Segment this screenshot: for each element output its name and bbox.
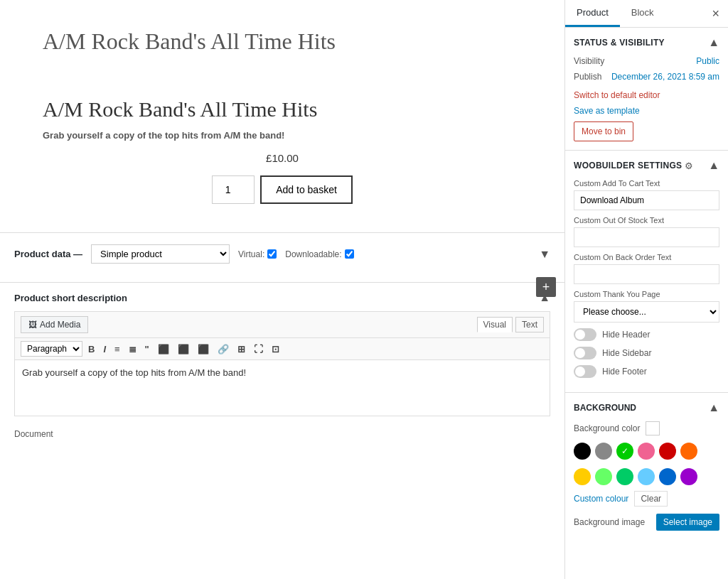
color-swatch-orange[interactable] [680, 443, 697, 460]
custom-thank-you-label: Custom Thank You Page [574, 290, 719, 298]
status-visibility-title: Status & visibility [574, 38, 665, 48]
custom-out-of-stock-input[interactable] [574, 227, 719, 247]
color-swatch-blue[interactable] [659, 468, 676, 485]
align-center-button[interactable]: ⬛ [175, 342, 192, 356]
background-title: Background [574, 403, 636, 413]
visibility-value[interactable]: Public [696, 56, 719, 66]
add-media-label: Add Media [40, 320, 80, 330]
downloadable-checkbox[interactable] [345, 249, 354, 259]
custom-back-order-label: Custom On Back Order Text [574, 253, 719, 261]
woobuilder-collapse-icon[interactable]: ▲ [708, 159, 719, 172]
color-swatch-purple[interactable] [680, 468, 697, 485]
align-left-button[interactable]: ⬛ [155, 342, 172, 356]
color-swatch-light-blue[interactable] [638, 468, 655, 485]
color-swatch-teal-green[interactable] [616, 468, 633, 485]
publish-value[interactable]: December 26, 2021 8:59 am [611, 72, 719, 82]
color-swatch-light-green[interactable] [595, 468, 612, 485]
color-swatch-gray[interactable] [595, 443, 612, 460]
color-swatch-yellow[interactable] [574, 468, 591, 485]
hide-header-toggle[interactable] [574, 328, 596, 341]
publish-label: Publish [574, 72, 601, 82]
status-visibility-section: Status & visibility ▲ Visibility Public … [565, 28, 728, 151]
virtual-label: Virtual: [238, 249, 264, 259]
custom-add-to-cart-label: Custom Add To Cart Text [574, 179, 719, 188]
background-image-label: Background image [574, 517, 645, 527]
color-swatch-red[interactable] [659, 443, 676, 460]
fullscreen-button[interactable]: ⛶ [251, 342, 266, 356]
hide-sidebar-label: Hide Sidebar [602, 348, 651, 358]
blockquote-button[interactable]: " [142, 342, 152, 356]
close-button[interactable]: × [703, 1, 728, 27]
save-as-template-button[interactable]: Save as template [574, 103, 640, 119]
move-to-bin-button[interactable]: Move to bin [574, 121, 633, 141]
downloadable-label: Downloadable: [285, 249, 341, 259]
product-description: Grab yourself a copy of the top hits fro… [43, 130, 522, 141]
product-price: £10.00 [43, 152, 522, 164]
woobuilder-settings-icon[interactable]: ⚙ [685, 161, 693, 171]
hide-header-label: Hide Header [602, 330, 650, 340]
color-swatch-green-check[interactable]: ✓ [616, 443, 633, 460]
switch-to-default-editor-button[interactable]: Switch to default editor [574, 87, 660, 103]
more-button[interactable]: ⊡ [269, 342, 282, 356]
background-collapse-icon[interactable]: ▲ [708, 401, 719, 414]
color-swatch-black[interactable] [574, 443, 591, 460]
hide-sidebar-toggle[interactable] [574, 347, 596, 359]
text-tab[interactable]: Text [515, 317, 544, 332]
product-data-title: Product data — [14, 249, 82, 259]
product-tab[interactable]: Product [565, 0, 620, 27]
page-title-large: A/M Rock Band's All Time Hits [43, 28, 522, 55]
custom-back-order-input[interactable] [574, 264, 719, 284]
custom-colour-button[interactable]: Custom colour [574, 494, 628, 504]
status-visibility-collapse-icon[interactable]: ▲ [708, 36, 719, 49]
background-color-swatch-white[interactable] [646, 421, 660, 435]
downloadable-checkbox-label[interactable]: Downloadable: [285, 249, 353, 259]
document-label: Document [0, 425, 564, 443]
virtual-checkbox[interactable] [267, 249, 277, 259]
visibility-label: Visibility [574, 56, 604, 66]
product-type-select[interactable]: Simple product Grouped product External/… [91, 244, 230, 264]
color-swatch-pink[interactable] [638, 443, 655, 460]
block-tab[interactable]: Block [620, 0, 665, 27]
background-section: Background ▲ Background color ✓ Custom c… [565, 393, 728, 539]
align-right-button[interactable]: ⬛ [195, 342, 212, 356]
background-color-label: Background color [574, 423, 640, 433]
hide-footer-label: Hide Footer [602, 367, 647, 377]
hide-footer-toggle[interactable] [574, 365, 596, 378]
hide-footer-row: Hide Footer [574, 365, 719, 378]
custom-out-of-stock-label: Custom Out Of Stock Text [574, 216, 719, 224]
format-select[interactable]: Paragraph Heading 1 Heading 2 Heading 3 [21, 341, 82, 357]
add-to-basket-button[interactable]: Add to basket [260, 175, 353, 204]
visual-tab[interactable]: Visual [477, 317, 513, 332]
link-button[interactable]: 🔗 [215, 342, 232, 356]
woobuilder-title: WooBuilder Settings [574, 161, 682, 171]
product-title: A/M Rock Band's All Time Hits [43, 97, 522, 121]
color-swatches: ✓ [574, 443, 719, 485]
add-media-icon: 🖼 [28, 320, 37, 330]
woobuilder-section: WooBuilder Settings ⚙ ▲ Custom Add To Ca… [565, 151, 728, 393]
short-desc-title: Product short description [14, 293, 127, 303]
quantity-input[interactable] [212, 175, 255, 204]
clear-color-button[interactable]: Clear [634, 491, 668, 507]
sidebar-header: Product Block × [565, 0, 728, 28]
add-media-button[interactable]: 🖼 Add Media [21, 316, 88, 333]
hide-header-row: Hide Header [574, 328, 719, 341]
add-block-button[interactable]: + [536, 277, 556, 297]
select-image-button[interactable]: Select image [656, 514, 719, 531]
custom-thank-you-select[interactable]: Please choose... [574, 301, 719, 323]
bold-button[interactable]: B [85, 342, 97, 356]
hide-sidebar-row: Hide Sidebar [574, 347, 719, 359]
custom-add-to-cart-input[interactable] [574, 190, 719, 210]
table-button[interactable]: ⊞ [235, 342, 248, 356]
editor-content[interactable]: Grab yourself a copy of the top hits fro… [14, 359, 550, 416]
virtual-checkbox-label[interactable]: Virtual: [238, 249, 277, 259]
italic-button[interactable]: I [100, 342, 109, 356]
product-data-collapse-icon[interactable]: ▼ [539, 248, 550, 261]
unordered-list-button[interactable]: ≡ [112, 342, 123, 356]
ordered-list-button[interactable]: ≣ [126, 342, 139, 356]
